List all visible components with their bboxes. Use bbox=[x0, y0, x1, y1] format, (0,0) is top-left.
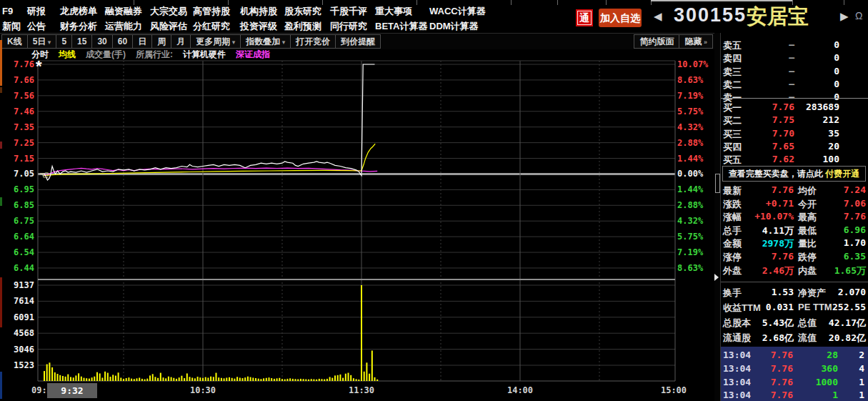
sell-row-2[interactable]: 卖二—0 bbox=[721, 79, 868, 91]
menu-item-WACC计算器[interactable]: WACC计算器 bbox=[429, 5, 486, 18]
menu-column: WACC计算器DDM计算器 bbox=[429, 5, 486, 33]
tab-divider bbox=[134, 0, 134, 5]
sell-row-3[interactable]: 卖三—0 bbox=[721, 66, 868, 79]
percent-axis-label: 7.19% bbox=[677, 91, 717, 100]
sell-row-5[interactable]: 卖五—0 bbox=[721, 39, 868, 52]
toolbar-button-日[interactable]: 日 bbox=[133, 34, 152, 49]
stat-value: 7.76 bbox=[819, 211, 866, 222]
volume-axis-label: 9137 bbox=[3, 281, 34, 289]
toolbar-button-5日[interactable]: 5日 ▾ bbox=[28, 34, 57, 49]
next-stock-arrow[interactable]: ▶ bbox=[840, 10, 849, 23]
menu-item-BETA计算器[interactable]: BETA计算器 bbox=[375, 20, 427, 33]
tick-price: 7.76 bbox=[753, 363, 793, 374]
toolbar-button-周[interactable]: 周 bbox=[152, 34, 171, 49]
tick-count: 2 bbox=[841, 350, 864, 360]
paywall-link[interactable]: 付费开通 bbox=[825, 169, 859, 179]
scroll-right-arrow-icon[interactable] bbox=[714, 274, 719, 281]
fundamental-value: 20.82亿 bbox=[819, 332, 866, 345]
scroll-slider[interactable] bbox=[715, 174, 720, 193]
stats-row: 总手4.11万最低6.96 bbox=[721, 224, 868, 237]
price-axis-label: 7.25 bbox=[3, 139, 34, 147]
toolbar-button-5[interactable]: 5 bbox=[56, 34, 72, 49]
fundamental-value: 252.55 bbox=[819, 302, 866, 312]
buy-row-4[interactable]: 买四7.6520 bbox=[721, 141, 868, 154]
price-axis-label: 6.75 bbox=[3, 217, 34, 225]
menu-item-盈利预测[interactable]: 盈利预测 bbox=[284, 20, 321, 33]
menu-item-分红研究[interactable]: 分红研究 bbox=[193, 20, 230, 33]
menu-column: 机构持股投资评级 bbox=[240, 5, 277, 33]
menu-item-财务分析[interactable]: 财务分析 bbox=[60, 20, 97, 33]
tick-row: 13:047.7610001 bbox=[721, 377, 868, 390]
toolbar-button-隐藏[interactable]: 隐藏 » bbox=[679, 34, 713, 49]
menu-item-运营能力[interactable]: 运营能力 bbox=[105, 20, 142, 33]
menu-column: 研报公告 bbox=[27, 5, 46, 33]
fundamental-value: 2.68亿 bbox=[747, 332, 794, 345]
window-edge-strip bbox=[0, 142, 2, 149]
menu-column: 大宗交易风险评估 bbox=[150, 5, 187, 33]
stat-label: 最新 bbox=[723, 184, 742, 197]
menu-item-重大事项[interactable]: 重大事项 bbox=[375, 5, 427, 18]
buy-row-3[interactable]: 买三7.7035 bbox=[721, 128, 868, 141]
stats-row: 外盘2.46万内盘1.65万 bbox=[721, 264, 868, 277]
price-axis-label: 7.46 bbox=[3, 107, 34, 116]
toolbar-button-简约版面[interactable]: 简约版面 bbox=[634, 34, 679, 49]
price-axis-label: 6.85 bbox=[3, 201, 34, 209]
toolbar-button-60[interactable]: 60 bbox=[113, 34, 133, 49]
menu-item-融资融券[interactable]: 融资融券 bbox=[105, 5, 142, 18]
menu-item-龙虎榜单[interactable]: 龙虎榜单 bbox=[60, 5, 97, 18]
menu-item-千股千评[interactable]: 千股千评 bbox=[330, 5, 367, 18]
time-axis-label: 14:00 bbox=[504, 385, 536, 395]
percent-axis-label: 7.19% bbox=[677, 248, 717, 257]
toolbar-button-30[interactable]: 30 bbox=[92, 34, 112, 49]
double-arrow-icon: » bbox=[702, 39, 707, 46]
toolbar-button-K线[interactable]: K线 bbox=[1, 34, 28, 49]
toolbar-button-指数叠加[interactable]: 指数叠加 ▾ bbox=[241, 34, 291, 49]
prev-stock-arrow[interactable]: ◀ bbox=[654, 10, 662, 23]
add-to-watchlist-button[interactable]: 加入自选 bbox=[599, 9, 642, 27]
sell-row-4[interactable]: 卖四—0 bbox=[721, 52, 868, 65]
toolbar-button-15[interactable]: 15 bbox=[72, 34, 92, 49]
menu-item-同行研究[interactable]: 同行研究 bbox=[330, 20, 367, 33]
chevron-down-icon: ▾ bbox=[46, 39, 51, 46]
order-volume: 283689 bbox=[798, 102, 839, 112]
menu-item-DDM计算器[interactable]: DDM计算器 bbox=[429, 20, 486, 33]
buy-row-1[interactable]: 买一7.76283689 bbox=[721, 102, 868, 114]
menu-item-新闻[interactable]: 新闻 bbox=[2, 20, 21, 33]
tick-list: 13:047.7628213:047.76360413:047.76100011… bbox=[721, 347, 868, 401]
menu-item-大宗交易[interactable]: 大宗交易 bbox=[150, 5, 187, 18]
tick-volume: 360 bbox=[795, 363, 838, 374]
menu-item-研报[interactable]: 研报 bbox=[27, 5, 46, 18]
order-price: 7.75 bbox=[749, 114, 794, 125]
menu-item-投资评级[interactable]: 投资评级 bbox=[240, 20, 277, 33]
stat-label: 总手 bbox=[723, 224, 742, 237]
stock-name: 安居宝 bbox=[747, 3, 809, 31]
buy-row-5[interactable]: 买五7.62100 bbox=[721, 154, 868, 167]
order-price: — bbox=[749, 66, 794, 76]
menu-item-公告[interactable]: 公告 bbox=[27, 20, 46, 33]
top-bar: F9新闻研报公告龙虎榜单财务分析融资融券运营能力大宗交易风险评估高管持股分红研究… bbox=[0, 0, 868, 33]
menu-item-机构持股[interactable]: 机构持股 bbox=[240, 5, 277, 18]
buy-row-2[interactable]: 买二7.75212 bbox=[721, 114, 868, 127]
bell-icon[interactable]: Ω bbox=[855, 10, 862, 21]
fundamental-value: 0.031 bbox=[747, 302, 794, 312]
tick-count: 1 bbox=[841, 390, 864, 400]
percent-axis-label: 4.32% bbox=[677, 123, 717, 132]
menu-item-高管持股[interactable]: 高管持股 bbox=[193, 5, 230, 18]
order-level-label: 买四 bbox=[723, 141, 742, 154]
percent-axis-label: 10.07% bbox=[677, 60, 717, 69]
toolbar-button-到价提醒[interactable]: 到价提醒 bbox=[336, 34, 381, 49]
stats-row: 涨跌+0.71今开7.06 bbox=[721, 198, 868, 211]
time-axis-label: 15:00 bbox=[658, 385, 689, 395]
fundamental-row: 流通股2.68亿流值20.82亿 bbox=[721, 332, 868, 347]
fundamental-label: 总值 bbox=[798, 317, 817, 330]
toolbar-button-打开竞价[interactable]: 打开竞价 bbox=[291, 34, 336, 49]
fundamental-value: 1.53 bbox=[747, 287, 794, 297]
toolbar-button-更多周期[interactable]: 更多周期 ▾ bbox=[191, 34, 241, 49]
menu-item-风险评估[interactable]: 风险评估 bbox=[150, 20, 187, 33]
menu-item-股东研究[interactable]: 股东研究 bbox=[284, 5, 321, 18]
percent-axis-label: 1.44% bbox=[677, 185, 717, 194]
tick-price: 7.76 bbox=[753, 377, 793, 387]
intraday-chart[interactable]: 7.767.667.567.467.357.257.157.056.956.85… bbox=[0, 59, 720, 401]
menu-item-F9[interactable]: F9 bbox=[2, 5, 21, 18]
toolbar-button-月[interactable]: 月 bbox=[171, 34, 191, 49]
